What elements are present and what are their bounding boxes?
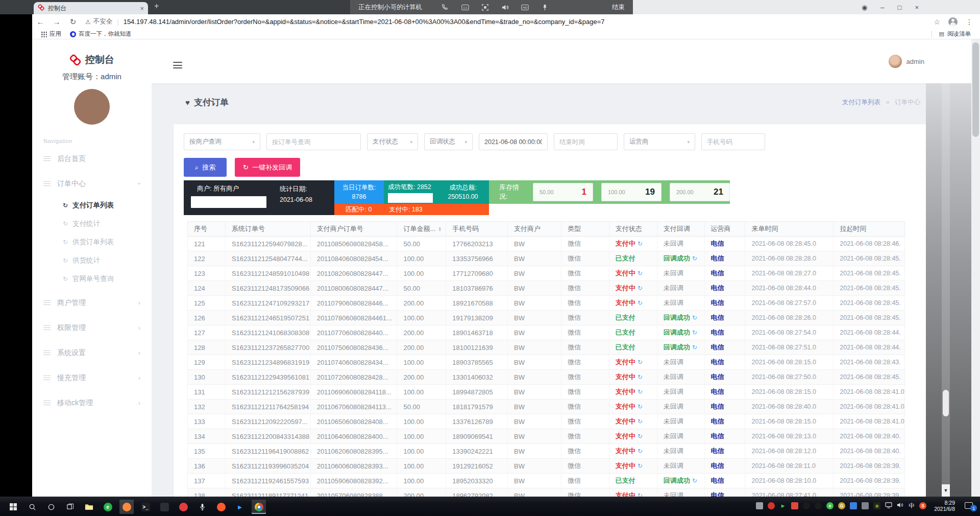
- filter-input-4[interactable]: [479, 133, 548, 150]
- sort-carets-icon[interactable]: ▲▼: [438, 226, 442, 231]
- sidebar-item-1[interactable]: 订单中心›: [32, 171, 152, 196]
- refresh-icon[interactable]: ↻: [638, 285, 643, 292]
- ime-indicator[interactable]: 中: [909, 502, 915, 510]
- browser-menu-icon[interactable]: ⋮: [966, 18, 973, 26]
- sidebar-subitem[interactable]: ↻供货统计: [32, 251, 152, 270]
- notification-center-icon[interactable]: 1: [965, 502, 975, 510]
- terminal-taskbar-icon[interactable]: >_: [138, 500, 153, 514]
- page-scroll-down-icon[interactable]: ▼: [942, 484, 950, 497]
- ratio-1-1-icon[interactable]: 1:1: [461, 4, 469, 11]
- hamburger-menu-icon[interactable]: [173, 62, 182, 68]
- app-dark-taskbar-icon[interactable]: [157, 500, 172, 514]
- table-row[interactable]: 123S162311212485910104982011082060808284…: [187, 266, 905, 281]
- bookmark-star-icon[interactable]: ☆: [934, 18, 940, 26]
- refresh-icon[interactable]: ↻: [638, 403, 643, 410]
- refresh-icon[interactable]: ↻: [692, 329, 697, 336]
- refresh-icon[interactable]: ↻: [638, 240, 643, 247]
- refresh-icon[interactable]: ↻: [638, 299, 643, 307]
- reload-icon[interactable]: ↻: [65, 17, 81, 27]
- sidebar-item-5[interactable]: 慢充管理›: [32, 365, 152, 390]
- filter-input-7[interactable]: [701, 133, 765, 150]
- table-row[interactable]: 137S162311211924615575932011059060808283…: [187, 474, 905, 488]
- tray-display[interactable]: [885, 501, 892, 510]
- table-row[interactable]: 121S162311212594079828...201108506080828…: [187, 237, 905, 251]
- hd-icon[interactable]: HD: [521, 4, 529, 11]
- fullscreen-icon[interactable]: [481, 4, 489, 11]
- sunflower-remote-taskbar-icon[interactable]: [119, 500, 134, 514]
- table-row[interactable]: 135S162311211964190088622011062060808283…: [187, 444, 905, 459]
- filter-select-0[interactable]: 按商户查询▾: [184, 133, 260, 150]
- tray-qq-a[interactable]: [803, 502, 810, 509]
- table-row[interactable]: 126S162311212465195072512011078060808284…: [187, 311, 905, 325]
- reading-list-button[interactable]: ▤ 阅读清单: [932, 31, 980, 38]
- taskbar-clock[interactable]: 8:29 2021/6/8: [934, 500, 955, 512]
- tray-gray-knot[interactable]: [862, 502, 869, 509]
- filter-select-2[interactable]: 支付状态▾: [367, 133, 418, 150]
- filter-input-1[interactable]: [266, 133, 361, 150]
- search-button[interactable]: ⌕ 搜索: [184, 158, 227, 177]
- table-row[interactable]: 132S162311212117642581942011067060808284…: [187, 400, 905, 414]
- tray-play-green[interactable]: ▶: [779, 502, 787, 509]
- explorer-taskbar-icon[interactable]: [82, 500, 96, 514]
- tray-red-a[interactable]: [768, 502, 775, 509]
- refresh-icon[interactable]: ↻: [638, 373, 643, 381]
- maximize-icon[interactable]: □: [898, 4, 902, 11]
- table-row[interactable]: 136S162311211939960352042011060060808283…: [187, 459, 905, 474]
- sidebar-subitem[interactable]: ↻官网单号查询: [32, 270, 152, 288]
- table-row[interactable]: 131S162311212121562879392011069060808284…: [187, 385, 905, 400]
- table-row[interactable]: 124S162311212481735090662011080060808284…: [187, 281, 905, 296]
- table-row[interactable]: 127S162311212410683083082011077060808284…: [187, 325, 905, 340]
- table-row[interactable]: 122S162311212548047744...201108406080828…: [187, 251, 905, 266]
- start-taskbar-icon[interactable]: [6, 500, 20, 514]
- table-row[interactable]: 134S162311212008433143882011064060808284…: [187, 429, 905, 444]
- sidebar-item-3[interactable]: 权限管理›: [32, 315, 152, 340]
- stats-success-input[interactable]: [388, 193, 433, 203]
- sidebar-subitem[interactable]: ↻支付统计: [32, 215, 152, 233]
- browser-tab[interactable]: 控制台 ×: [34, 2, 148, 14]
- close-icon[interactable]: ×: [915, 4, 919, 11]
- sidebar-item-0[interactable]: 后台首页: [32, 146, 152, 171]
- resend-callback-button[interactable]: ↻ 一键补发回调: [235, 158, 300, 177]
- refresh-icon[interactable]: ↻: [638, 418, 643, 425]
- refresh-icon[interactable]: ↻: [638, 448, 643, 455]
- tray-360-green[interactable]: e: [826, 502, 834, 509]
- filter-select-6[interactable]: 运营商▾: [624, 133, 695, 150]
- app-orange-taskbar-icon[interactable]: [214, 500, 228, 514]
- player-blue-taskbar-icon[interactable]: ▶: [233, 500, 247, 514]
- page-scrollbar[interactable]: ▼: [942, 83, 950, 497]
- phone-icon[interactable]: [442, 4, 449, 11]
- browser-green-taskbar-icon[interactable]: e: [101, 500, 115, 514]
- refresh-icon[interactable]: ↻: [692, 344, 697, 351]
- table-row[interactable]: 129S162311212348968319192011074060808284…: [187, 355, 905, 370]
- chrome-taskbar-icon[interactable]: [252, 500, 266, 514]
- refresh-icon[interactable]: ↻: [638, 433, 643, 440]
- apps-shortcut[interactable]: 应用: [41, 30, 61, 38]
- tray-red-b[interactable]: [791, 502, 798, 509]
- refresh-icon[interactable]: ↻: [638, 492, 643, 497]
- tray-doc-blue[interactable]: [850, 502, 857, 509]
- cortana-taskbar-icon[interactable]: [44, 500, 58, 514]
- sogou-tray-icon[interactable]: S: [919, 502, 926, 509]
- filter-select-3[interactable]: 回调状态▾: [424, 133, 473, 150]
- app-red-taskbar-icon[interactable]: [176, 500, 190, 514]
- tray-qq-b[interactable]: [815, 502, 822, 509]
- remote-end-button[interactable]: 结束: [612, 3, 625, 12]
- back-icon[interactable]: ←: [32, 17, 48, 26]
- breadcrumb-current[interactable]: 支付订单列表: [842, 99, 880, 106]
- pin-icon[interactable]: [541, 4, 549, 11]
- table-row[interactable]: 130S162311212294395610812011072060808284…: [187, 370, 905, 385]
- user-avatar[interactable]: [74, 89, 110, 125]
- table-row[interactable]: 128S162311212372658277002011075060808284…: [187, 340, 905, 355]
- minimize-icon[interactable]: –: [880, 4, 884, 11]
- filter-input-5[interactable]: [554, 133, 618, 150]
- mic-taskbar-icon[interactable]: [195, 500, 209, 514]
- sidebar-subitem[interactable]: ↻支付订单列表: [32, 196, 152, 215]
- sidebar-subitem[interactable]: ↻供货订单列表: [32, 233, 152, 251]
- browser-profile-avatar[interactable]: [948, 17, 958, 27]
- sidebar-item-6[interactable]: 移动ck管理›: [32, 390, 152, 415]
- refresh-icon[interactable]: ↻: [638, 388, 643, 395]
- task-view-taskbar-icon[interactable]: [63, 500, 77, 514]
- browser-scrollbar[interactable]: [971, 39, 980, 497]
- forward-icon[interactable]: →: [48, 17, 65, 26]
- tray-gray[interactable]: [756, 502, 763, 509]
